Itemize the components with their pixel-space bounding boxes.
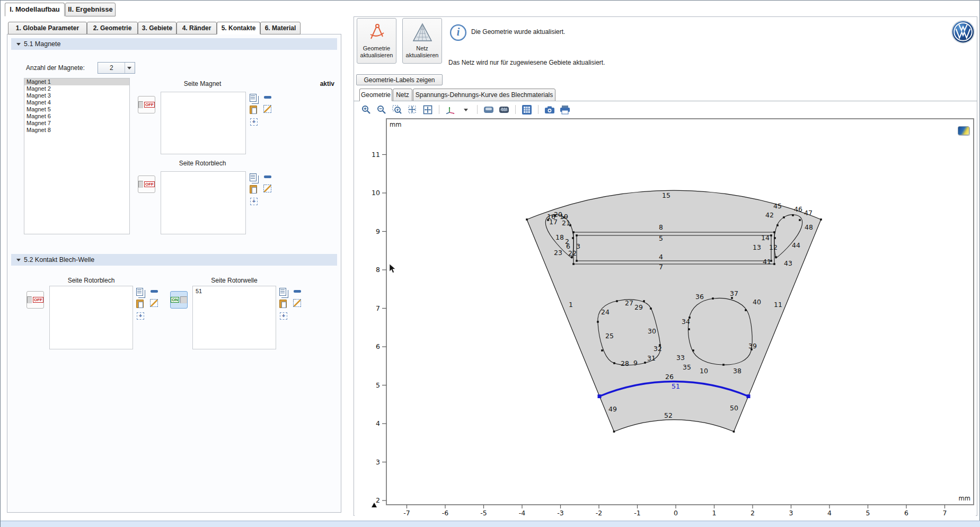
kontakt-rotorblech-toggle[interactable]: OFF <box>27 291 44 309</box>
tab-2-geometrie[interactable]: 2. Geometrie <box>87 22 138 34</box>
magnet-list-item[interactable]: Magnet 2 <box>24 85 129 92</box>
copy-selection-icon[interactable] <box>250 94 257 102</box>
remove-selection-icon[interactable] <box>264 175 271 178</box>
clear-selection-icon[interactable] <box>263 185 271 192</box>
update-geometry-button[interactable]: Geometrie aktualisieren <box>357 18 396 64</box>
x-tick-label: 2 <box>751 509 755 516</box>
snapshot-camera-icon[interactable] <box>544 104 555 115</box>
zoom-to-selection-icon[interactable]: + <box>280 312 287 320</box>
kontakt-rotorwelle-selection-list[interactable]: 51 <box>192 286 276 349</box>
toggle-square <box>180 296 187 303</box>
graphics-tab-geometrie[interactable]: Geometrie <box>359 89 392 101</box>
magnet-list-item[interactable]: Magnet 8 <box>24 127 129 134</box>
copy-selection-icon[interactable] <box>250 173 257 181</box>
edge-label: 26 <box>665 373 674 381</box>
section-header-kontakt[interactable]: 5.2 Kontakt Blech-Welle <box>11 254 337 266</box>
paste-selection-icon[interactable] <box>250 106 257 114</box>
remove-selection-icon[interactable] <box>294 290 301 293</box>
zoom-extents-icon[interactable] <box>407 104 418 115</box>
zoom-out-icon[interactable] <box>376 104 387 115</box>
zoom-in-icon[interactable] <box>361 104 372 115</box>
main-tab-i-modellaufbau[interactable]: I. Modellaufbau <box>5 3 65 16</box>
update-mesh-button[interactable]: Netz aktualisieren <box>402 18 442 64</box>
graphics-canvas[interactable]: 1545464742481620191721182632322854714131… <box>355 117 976 516</box>
view-orientation-icon[interactable] <box>445 104 456 115</box>
vertex-marker <box>820 218 822 221</box>
edge-label: 10 <box>700 367 708 375</box>
clear-selection-icon[interactable] <box>293 299 301 307</box>
zoom-to-selection-icon[interactable]: + <box>250 198 258 205</box>
paste-selection-icon[interactable] <box>279 300 287 308</box>
magnet-list[interactable]: Magnet 1Magnet 2Magnet 3Magnet 4Magnet 5… <box>24 78 130 234</box>
edge-label: 42 <box>765 211 774 219</box>
vertex-marker <box>601 349 603 352</box>
edge-label: 34 <box>682 318 690 326</box>
kontakt-rotorblech-label: Seite Rotorblech <box>49 277 133 284</box>
paste-selection-icon[interactable] <box>136 300 144 308</box>
edge-label: 47 <box>804 209 813 217</box>
remove-selection-icon[interactable] <box>264 96 271 99</box>
remove-selection-icon[interactable] <box>151 290 158 293</box>
dropdown-caret-icon[interactable] <box>461 104 471 115</box>
vertex-marker <box>799 219 801 221</box>
magnet-list-item[interactable]: Magnet 3 <box>24 92 129 99</box>
scene-image-dark-icon[interactable] <box>499 104 509 115</box>
main-tab-ii-ergebnisse[interactable]: II. Ergebnisse <box>65 3 116 16</box>
tab-6-material[interactable]: 6. Material <box>260 22 301 34</box>
graphics-tab-spannungs-dehnungs-kurve-des-blechmaterials[interactable]: Spannungs-Dehnungs-Kurve des Blechmateri… <box>413 89 555 101</box>
clear-selection-icon[interactable] <box>150 299 158 307</box>
y-tick-label: 2 <box>376 496 380 504</box>
kontakt-rotorblech-selection-list[interactable] <box>49 286 133 349</box>
kontakt-rotorwelle-label: Seite Rotorwelle <box>192 277 276 284</box>
seite-rotorblech-selection-list[interactable] <box>161 171 246 234</box>
magnet-list-item[interactable]: Magnet 1 <box>24 78 129 85</box>
section-header-magnete[interactable]: 5.1 Magnete <box>11 38 337 50</box>
kontakt-rotorwelle-toggle[interactable]: ON <box>170 291 188 309</box>
fit-view-icon[interactable] <box>422 104 433 115</box>
print-icon[interactable] <box>560 104 570 115</box>
toggle-state-label: OFF <box>144 102 155 108</box>
unit-label-y: mm <box>390 121 401 128</box>
copy-selection-icon[interactable] <box>279 288 286 296</box>
seite-magnet-toggle[interactable]: OFF <box>138 96 155 113</box>
grid-icon[interactable] <box>522 104 532 115</box>
colormap-icon[interactable] <box>958 126 969 135</box>
copy-selection-icon[interactable] <box>136 288 143 296</box>
magnet-count-select[interactable]: 2 <box>98 62 135 74</box>
chevron-down-icon <box>125 63 134 73</box>
mesh-note-message: Das Netz wird nur für zugewiesene Gebiet… <box>448 59 605 66</box>
collapse-triangle-icon[interactable] <box>16 43 21 46</box>
edge-label: 50 <box>730 404 738 412</box>
tab-4-r-nder[interactable]: 4. Ränder <box>176 22 217 34</box>
vertex-marker <box>576 234 578 236</box>
y-tick-label: 10 <box>372 189 380 197</box>
edge-label: 9 <box>633 359 638 367</box>
geometry-plot[interactable]: 1545464742481620191721182632322854714131… <box>355 117 976 516</box>
zoom-box-icon[interactable] <box>392 104 402 115</box>
x-tick-label: 0 <box>674 509 678 516</box>
tab-3-gebiete[interactable]: 3. Gebiete <box>138 22 176 34</box>
clear-selection-icon[interactable] <box>263 105 271 113</box>
y-tick-label: 11 <box>372 151 380 159</box>
seite-rotorblech-toggle[interactable]: OFF <box>138 175 155 193</box>
magnet-list-item[interactable]: Magnet 7 <box>24 120 129 127</box>
zoom-to-selection-icon[interactable]: + <box>250 118 258 126</box>
graphics-tab-netz[interactable]: Netz <box>393 89 412 101</box>
seite-magnet-selection-list[interactable] <box>161 92 246 154</box>
scene-image-icon[interactable] <box>483 104 494 115</box>
toggle-state-label: OFF <box>33 297 43 303</box>
tab-1-globale-parameter[interactable]: 1. Globale Parameter <box>8 22 87 34</box>
collapse-triangle-icon[interactable] <box>16 259 21 261</box>
magnet-list-item[interactable]: Magnet 5 <box>24 106 129 113</box>
vertex-marker <box>572 231 575 233</box>
magnet-list-item[interactable]: Magnet 4 <box>24 99 129 106</box>
tab-5-kontakte[interactable]: 5. Kontakte <box>217 22 260 34</box>
show-geometry-labels-button[interactable]: Geometrie-Labels zeigen <box>356 74 443 85</box>
edge-label: 1 <box>569 301 573 309</box>
zoom-to-selection-icon[interactable]: + <box>137 312 144 320</box>
paste-selection-icon[interactable] <box>250 185 257 194</box>
edge-label: 22 <box>568 249 577 257</box>
magnet-list-item[interactable]: Magnet 6 <box>24 113 129 120</box>
seite-magnet-selection-tools: + <box>250 93 273 130</box>
magnet-count-value: 2 <box>110 64 113 72</box>
